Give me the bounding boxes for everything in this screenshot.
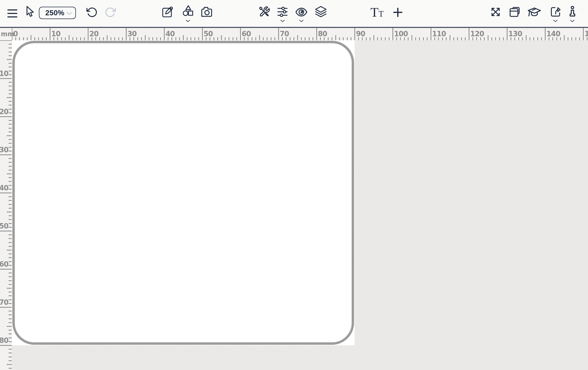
text-size-small-glyph: T <box>378 9 384 19</box>
ruler-tick-v <box>9 276 12 277</box>
ruler-tick-h <box>111 37 111 40</box>
ruler-tick-v <box>9 234 12 235</box>
info-dropdown[interactable] <box>570 20 575 22</box>
ruler-tick-h <box>233 37 233 40</box>
layers-button[interactable] <box>314 5 327 18</box>
ruler-tick-h <box>370 37 370 40</box>
ruler-tick-h <box>377 37 378 40</box>
ruler-tick-h <box>423 37 424 40</box>
ruler-tick-h <box>149 37 149 40</box>
share-icon <box>549 5 562 18</box>
ruler-tick-v <box>9 299 12 300</box>
graduation-cap-icon <box>527 6 542 18</box>
ruler-tick-v <box>9 257 12 258</box>
ruler-tick-h <box>194 37 195 40</box>
increase-button[interactable] <box>392 7 403 18</box>
ruler-label-v: 50 <box>0 222 8 230</box>
decrease-button[interactable] <box>409 12 419 15</box>
share-dropdown[interactable] <box>553 20 558 22</box>
adjustments-dropdown[interactable] <box>280 20 285 22</box>
ruler-tick-v <box>7 364 12 365</box>
menu-button[interactable] <box>6 7 19 20</box>
ruler-tick-v <box>9 314 12 315</box>
text-size-large-glyph: T <box>370 5 378 20</box>
ruler-tick-v <box>9 341 12 342</box>
chevron-down-icon <box>66 12 72 15</box>
ruler-tick-v <box>9 273 12 273</box>
view-button[interactable] <box>295 7 308 17</box>
ruler-tick-h <box>495 37 496 40</box>
ruler-tick-h <box>427 37 428 40</box>
ruler-tick-h <box>507 28 508 40</box>
ruler-tick-v <box>0 269 12 270</box>
ruler-tick-h <box>99 37 100 40</box>
ruler-tick-v <box>9 162 12 163</box>
ruler-label-v: 70 <box>0 298 8 306</box>
ruler-tick-h <box>175 37 176 40</box>
ruler-tick-h <box>499 37 500 40</box>
ruler-tick-h <box>305 37 306 40</box>
cursor-button[interactable] <box>23 5 35 19</box>
ruler-tick-v <box>9 349 12 350</box>
ruler-tick-v <box>9 109 12 110</box>
tutorial-button[interactable] <box>527 6 542 18</box>
text-size-button[interactable]: TT <box>370 5 384 20</box>
eye-icon <box>295 7 308 17</box>
ruler-tick-h <box>415 37 416 40</box>
zoom-level-select[interactable]: 250% <box>39 7 76 19</box>
ruler-tick-h <box>126 28 127 40</box>
ruler-tick-h <box>187 37 188 40</box>
ruler-tick-v <box>9 204 12 205</box>
ruler-tick-h <box>271 37 271 40</box>
ruler-tick-h <box>530 37 530 40</box>
ruler-tick-h <box>76 37 77 40</box>
ruler-tick-h <box>309 37 310 40</box>
ruler-tick-h <box>461 37 462 40</box>
ruler-tick-h <box>373 35 374 40</box>
edit-button[interactable] <box>161 6 174 18</box>
expand-button[interactable] <box>490 6 502 18</box>
ruler-tick-h <box>533 37 534 40</box>
tools-button[interactable] <box>258 5 271 18</box>
zoom-level-value: 250% <box>45 9 64 17</box>
ruler-tick-v <box>9 90 12 90</box>
ruler-tick-h <box>225 37 226 40</box>
ruler-tick-h <box>69 35 69 40</box>
ruler-tick-h <box>332 37 332 40</box>
share-button[interactable] <box>549 5 562 18</box>
label-canvas[interactable] <box>12 40 355 345</box>
ruler-tick-h <box>469 28 469 40</box>
view-dropdown[interactable] <box>299 20 304 22</box>
ruler-tick-v <box>9 333 12 334</box>
windows-button[interactable] <box>508 6 521 18</box>
adjustments-button[interactable] <box>276 6 289 18</box>
ruler-label-h: 100 <box>394 30 408 38</box>
shapes-dropdown[interactable] <box>186 20 190 22</box>
shapes-button[interactable] <box>182 4 194 18</box>
ruler-tick-h <box>411 35 412 40</box>
info-button[interactable] <box>567 5 578 19</box>
ruler-tick-h <box>419 37 420 40</box>
ruler-tick-v <box>9 82 12 83</box>
ruler-tick-h <box>453 37 454 40</box>
ruler-tick-h <box>503 37 504 40</box>
undo-button[interactable] <box>86 6 97 18</box>
ruler-tick-h <box>354 28 355 40</box>
ruler-tick-v <box>0 231 12 231</box>
ruler-tick-h <box>179 37 180 40</box>
ruler-tick-h <box>446 37 447 40</box>
tools-icon <box>258 5 271 18</box>
ruler-tick-v <box>9 71 12 71</box>
camera-button[interactable] <box>200 6 213 18</box>
ruler-tick-h <box>431 28 431 40</box>
ruler-tick-v <box>9 353 12 353</box>
ruler-tick-v <box>0 78 12 79</box>
redo-button[interactable] <box>105 6 117 18</box>
ruler-label-h: 20 <box>89 30 98 38</box>
ruler-tick-h <box>65 37 66 40</box>
ruler-tick-h <box>290 37 291 40</box>
ruler-tick-h <box>301 37 302 40</box>
ruler-tick-h <box>259 35 260 40</box>
ruler-tick-v <box>0 307 12 308</box>
ruler-tick-v <box>9 63 12 64</box>
